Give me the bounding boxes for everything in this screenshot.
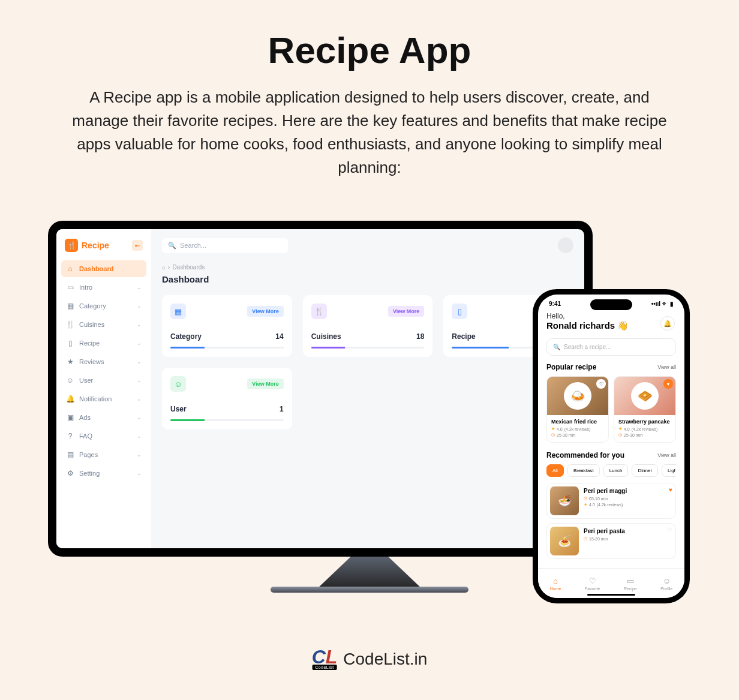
star-icon: ★ <box>618 426 622 431</box>
chevron-down-icon: ⌄ <box>137 359 142 365</box>
cuisines-icon: 🍴 <box>311 304 327 319</box>
phone-notch <box>590 299 632 310</box>
user-icon: ☺ <box>170 376 186 392</box>
home-icon: ⌂ <box>162 264 166 271</box>
recipe-card[interactable]: 🍛♡ Mexican fried rice ★4.0(4.2k reviews)… <box>546 376 609 443</box>
filter-chip-light[interactable]: Light food <box>662 464 676 477</box>
filter-chip-lunch[interactable]: Lunch <box>603 464 629 477</box>
brand-logo[interactable]: 🍴 Recipe ⇤ <box>61 236 146 260</box>
sidebar-item-ads[interactable]: ▣Ads⌄ <box>61 409 146 426</box>
section-title: Popular recipe <box>546 363 596 371</box>
greeting: Hello, <box>546 312 676 320</box>
star-icon: ★ <box>66 357 74 366</box>
book-icon: ▯ <box>452 304 467 319</box>
favorite-button[interactable]: ♡ <box>667 527 672 533</box>
chevron-down-icon: ⌄ <box>137 433 142 439</box>
clock-icon: ◷ <box>584 536 587 541</box>
intro-icon: ▭ <box>66 283 74 292</box>
filter-chip-all[interactable]: All <box>546 464 564 477</box>
chevron-down-icon: ⌄ <box>137 470 142 476</box>
faq-icon: ? <box>66 432 74 440</box>
recipe-card[interactable]: 🧇♥ Strawberry pancake ★4.0(4.2k reviews)… <box>614 376 676 443</box>
chevron-right-icon: › <box>168 264 170 271</box>
sidebar-item-faq[interactable]: ?FAQ⌄ <box>61 428 146 444</box>
sidebar-item-pages[interactable]: ▤Pages⌄ <box>61 446 146 463</box>
sidebar-item-user[interactable]: ☺User⌄ <box>61 372 146 389</box>
bell-icon: 🔔 <box>66 395 74 403</box>
sidebar-collapse-button[interactable]: ⇤ <box>132 240 143 251</box>
clock-icon: ◷ <box>618 432 622 437</box>
search-icon: 🔍 <box>168 242 176 250</box>
view-all-link[interactable]: View all <box>657 452 676 458</box>
pages-icon: ▤ <box>66 450 74 459</box>
favorite-button[interactable]: ♥ <box>669 486 672 493</box>
view-more-link[interactable]: View More <box>247 378 283 389</box>
view-more-link[interactable]: View More <box>388 306 424 317</box>
star-icon: ★ <box>551 426 555 431</box>
user-avatar[interactable] <box>558 238 573 253</box>
sidebar-item-cuisines[interactable]: 🍴Cuisines⌄ <box>61 316 146 333</box>
heart-icon: ♡ <box>589 576 596 585</box>
filter-chip-breakfast[interactable]: Breakfast <box>567 464 600 477</box>
stat-card-cuisines: 🍴View More Cuisines18 <box>303 295 433 357</box>
footer-brand: CL CodeList CodeList.in <box>312 648 428 670</box>
chevron-down-icon: ⌄ <box>137 303 142 309</box>
sidebar-item-dashboard[interactable]: ⌂Dashboard <box>61 260 146 277</box>
section-title: Recommended for you <box>546 451 624 459</box>
cuisines-icon: 🍴 <box>66 320 74 329</box>
page-title: Dashboard <box>162 274 573 284</box>
sidebar-item-recipe[interactable]: ▯Recipe⌄ <box>61 335 146 351</box>
tab-favorite[interactable]: ♡Favorite <box>585 576 600 591</box>
chevron-down-icon: ⌄ <box>137 452 142 458</box>
recommended-item[interactable]: 🍜 Peri peri maggi ◷05-10 min ★4.0(4.2k r… <box>546 483 676 519</box>
wifi-icon: ᯤ <box>662 301 668 307</box>
favorite-button[interactable]: ♥ <box>663 379 673 389</box>
breadcrumb: ⌂›Dashboards <box>162 264 573 271</box>
hero-title: Recipe App <box>60 29 679 71</box>
chevron-down-icon: ⌄ <box>137 340 142 346</box>
sidebar-item-category[interactable]: ▦Category⌄ <box>61 298 146 314</box>
stat-card-category: ▦View More Category14 <box>162 295 292 357</box>
bell-icon[interactable]: 🔔 <box>660 316 675 331</box>
home-icon: ⌂ <box>66 265 74 273</box>
profile-icon: ☺ <box>663 576 671 585</box>
phone-mockup: 9:41 ••ıılᯤ▮ 🔔 Hello, Ronald richards 👋 … <box>533 289 690 603</box>
book-icon: ▯ <box>66 339 74 347</box>
monitor-stand <box>316 554 423 590</box>
clock-icon: ◷ <box>584 496 587 501</box>
recipe-icon: ▭ <box>627 576 634 585</box>
favorite-button[interactable]: ♡ <box>596 379 606 389</box>
grid-icon: ▦ <box>170 304 186 319</box>
chevron-down-icon: ⌄ <box>137 414 142 420</box>
user-icon: ☺ <box>66 376 74 384</box>
search-input[interactable]: 🔍Search a recipe... <box>546 338 676 356</box>
ads-icon: ▣ <box>66 413 74 422</box>
filter-chip-dinner[interactable]: Dinner <box>632 464 658 477</box>
search-input[interactable]: 🔍Search... <box>162 238 288 253</box>
tab-recipe[interactable]: ▭Recipe <box>624 576 637 591</box>
user-name: Ronald richards 👋 <box>546 320 676 331</box>
clock-icon: ◷ <box>551 432 555 437</box>
gear-icon: ⚙ <box>66 469 74 477</box>
monitor: 🍴 Recipe ⇤ ⌂Dashboard ▭Intro⌄ ▦Category⌄… <box>48 221 593 557</box>
recommended-item[interactable]: 🍝 Peri peri pasta ◷15-20 min ♡ <box>546 523 676 559</box>
home-indicator <box>587 594 635 596</box>
chevron-down-icon: ⌄ <box>137 284 142 290</box>
signal-icon: ••ııl <box>651 301 660 307</box>
view-all-link[interactable]: View all <box>657 364 676 370</box>
hero-description: A Recipe app is a mobile application des… <box>60 86 679 179</box>
tab-profile[interactable]: ☺Profile <box>660 576 672 591</box>
admin-sidebar: 🍴 Recipe ⇤ ⌂Dashboard ▭Intro⌄ ▦Category⌄… <box>56 229 151 548</box>
sidebar-item-notification[interactable]: 🔔Notification⌄ <box>61 390 146 407</box>
tab-home[interactable]: ⌂Home <box>550 576 561 591</box>
chevron-down-icon: ⌄ <box>137 396 142 402</box>
monitor-base <box>271 587 468 593</box>
chevron-down-icon: ⌄ <box>137 322 142 328</box>
chevron-down-icon: ⌄ <box>137 377 142 383</box>
sidebar-item-intro[interactable]: ▭Intro⌄ <box>61 279 146 296</box>
sidebar-item-setting[interactable]: ⚙Setting⌄ <box>61 465 146 482</box>
view-more-link[interactable]: View More <box>247 306 283 317</box>
sidebar-item-reviews[interactable]: ★Reviews⌄ <box>61 353 146 370</box>
star-icon: ★ <box>584 502 587 507</box>
brand-icon: 🍴 <box>65 239 78 252</box>
